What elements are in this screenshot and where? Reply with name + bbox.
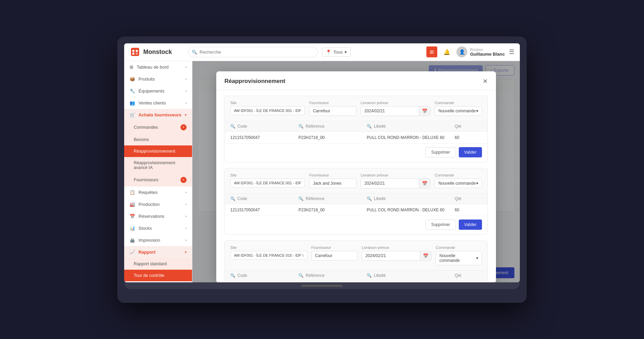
chevron-icon: › — [186, 214, 187, 218]
delete-button-1[interactable]: Supprimer — [425, 147, 456, 157]
commandes-badge: + — [180, 124, 187, 130]
replenish-block-3: Site AM IDF001 - ÎLE DE FRANCE 015 - IDF… — [224, 240, 488, 282]
rapport-submenu: Rapport standard Tour de contrôle — [124, 258, 192, 281]
notification-grid-button[interactable]: ⊞ — [426, 46, 437, 57]
livraison-input-3[interactable]: 📅 — [362, 251, 431, 261]
sidebar-item-stocks[interactable]: 📊 Stocks › — [124, 222, 192, 234]
col-qte-3: Qté — [455, 273, 482, 278]
sidebar-item-production[interactable]: 🏭 Production › — [124, 198, 192, 210]
location-select[interactable]: 📍 Tous ▾ — [322, 47, 351, 57]
site-input-3[interactable]: AM IDF001 - ÎLE DE FRANCE 015 - IDF \ — [230, 251, 307, 260]
sidebar-item-rapport[interactable]: 📈 Rapport ▾ — [124, 246, 192, 258]
sidebar-item-commandes[interactable]: Commandes + — [124, 121, 192, 134]
sidebar-label-besoins: Besoins — [134, 137, 149, 142]
search-ref-icon-1: 🔍 — [298, 124, 304, 129]
laptop-frame: Monstock 🔍 📍 Tous ▾ ⊞ 🔔 👤 — [117, 37, 527, 303]
sidebar-item-reapprovisionnement[interactable]: Réapprovisionnement — [124, 145, 192, 157]
chevron-down-icon: ▾ — [476, 109, 478, 113]
site-field-1: Site AM IDF001 - ÎLE DE FRANCE 001 - IDF — [230, 101, 305, 116]
replenish-header-3: Site AM IDF001 - ÎLE DE FRANCE 015 - IDF… — [225, 241, 487, 270]
achats-submenu: Commandes + Besoins Réapprovisionnement … — [124, 121, 192, 186]
site-input-2[interactable]: AM IDF001 - ÎLE DE FRANCE 001 - IDF — [230, 179, 305, 187]
livraison-date-input-1[interactable] — [361, 107, 419, 115]
search-code-icon-1: 🔍 — [230, 124, 235, 129]
sidebar-label-reservations: Réservations — [138, 214, 164, 219]
sidebar-item-produits[interactable]: 📦 Produits › — [124, 73, 192, 85]
fournisseur-label-2: Fournisseur — [309, 173, 356, 177]
sidebar-label-achats: Achats fournisseurs — [138, 112, 181, 117]
ventes-icon: 👥 — [130, 100, 135, 105]
commande-label-2: Commande — [435, 173, 482, 177]
livraison-label-2: Livraison prévue — [361, 173, 430, 177]
laptop-screen: Monstock 🔍 📍 Tous ▾ ⊞ 🔔 👤 — [124, 43, 520, 282]
replenish-block-2: Site AM IDF001 - ÎLE DE FRANCE 001 - IDF… — [224, 168, 488, 235]
svg-rect-0 — [131, 48, 139, 56]
livraison-date-input-3[interactable] — [362, 251, 420, 260]
validate-button-1[interactable]: Valider — [459, 147, 482, 157]
sidebar-item-sites-emplacements[interactable]: 📍 Sites / Emplacements › — [124, 281, 192, 282]
site-input-1[interactable]: AM IDF001 - ÎLE DE FRANCE 001 - IDF — [230, 106, 305, 115]
cell-libelle-2-1: PULL COL ROND MARRON - DELUXE 60 — [367, 208, 455, 212]
search-icon: 🔍 — [192, 50, 197, 55]
fournisseur-input-2[interactable]: Jack and Jones — [309, 179, 356, 188]
sidebar-item-reappro-avance[interactable]: Réapprovisionnement avancé IA — [124, 157, 192, 173]
search-input[interactable] — [188, 47, 318, 57]
top-bar-actions: ⊞ 🔔 👤 Bonjour Guillaume Blanc ☰ — [426, 46, 514, 57]
livraison-field-1: Livraison prévue 📅 — [361, 101, 430, 116]
replenish-table-3: 🔍 Code 🔍 Référence — [225, 270, 487, 282]
table-row-3-1: 551422001101 356900 Jean Enfant Large De… — [225, 281, 487, 282]
table-row-1-1: 1211517050047 P23H2718_00 PULL COL ROND … — [225, 132, 487, 144]
location-value: Tous — [333, 50, 342, 55]
sidebar-item-equipements[interactable]: 🔧 Équipements › — [124, 85, 192, 97]
table-header-2: 🔍 Code 🔍 Référence — [225, 194, 487, 204]
validate-button-2[interactable]: Valider — [459, 220, 482, 230]
sidebar-label-equipements: Équipements — [138, 88, 164, 94]
sidebar-item-tableau-de-bord[interactable]: ⊞ Tableau de bord › — [124, 61, 192, 73]
sidebar-item-impression[interactable]: 🖨️ Impression › — [124, 234, 192, 246]
sidebar-label-ventes: Ventes clients — [138, 100, 166, 105]
sidebar-item-besoins[interactable]: Besoins — [124, 134, 192, 145]
bell-icon-button[interactable]: 🔔 — [441, 46, 452, 57]
sidebar-item-rapport-standard[interactable]: Rapport standard — [124, 258, 192, 270]
fournisseur-input-3[interactable]: Carrefour — [311, 251, 358, 260]
sidebar-item-tour-de-controle[interactable]: Tour de contrôle — [124, 270, 192, 281]
livraison-label-3: Livraison prévue — [362, 245, 431, 250]
livraison-field-2: Livraison prévue 📅 — [361, 173, 430, 188]
sidebar-item-requetes[interactable]: 📋 Requêtes › — [124, 186, 192, 198]
sidebar-item-ventes-clients[interactable]: 👥 Ventes clients › — [124, 97, 192, 109]
fournisseur-input-1[interactable]: Carrefour — [309, 106, 356, 116]
table-header-3: 🔍 Code 🔍 Référence — [225, 270, 487, 281]
sidebar-item-fournisseurs[interactable]: Fournisseurs + — [124, 173, 192, 186]
search-ref-icon-3: 🔍 — [298, 273, 304, 278]
sidebar-item-achats-fournisseurs[interactable]: 🛒 Achats fournisseurs ▾ — [124, 109, 192, 121]
livraison-input-1[interactable]: 📅 — [361, 106, 430, 116]
site-label-2: Site — [230, 173, 305, 177]
commande-select-2[interactable]: Nouvelle commande ▾ — [435, 179, 482, 188]
livraison-date-input-2[interactable] — [361, 179, 419, 188]
commande-select-3[interactable]: Nouvelle commande ▾ — [436, 251, 482, 265]
search-libelle-icon-1: 🔍 — [367, 124, 372, 129]
modal-close-button[interactable]: ✕ — [483, 77, 488, 85]
hamburger-icon[interactable]: ☰ — [509, 48, 514, 56]
table-header-1: 🔍 Code 🔍 Référence — [225, 121, 487, 132]
col-code-2: 🔍 Code — [230, 196, 298, 201]
livraison-input-2[interactable]: 📅 — [361, 179, 430, 188]
sidebar-item-reservations[interactable]: 📅 Réservations › — [124, 210, 192, 222]
impression-icon: 🖨️ — [130, 238, 135, 243]
commande-select-1[interactable]: Nouvelle commande ▾ — [435, 106, 482, 116]
sidebar-label-rapport: Rapport — [138, 250, 156, 255]
chevron-icon: › — [186, 238, 187, 242]
col-reference-2: 🔍 Référence — [298, 196, 367, 201]
sidebar-label-commandes: Commandes — [134, 125, 158, 130]
svg-rect-4 — [136, 53, 138, 55]
modal-title: Réapprovisionnement — [224, 78, 286, 85]
fournisseur-field-1: Fournisseur Carrefour — [309, 101, 356, 116]
livraison-label-1: Livraison prévue — [361, 101, 430, 105]
user-greeting: Bonjour — [470, 47, 505, 52]
cell-code-1-1: 1211517050047 — [230, 135, 298, 140]
chevron-down-icon: ▾ — [185, 250, 187, 254]
delete-button-2[interactable]: Supprimer — [425, 220, 456, 230]
col-reference-3: 🔍 Référence — [298, 273, 367, 278]
svg-rect-3 — [132, 53, 134, 55]
requetes-icon: 📋 — [130, 190, 135, 195]
